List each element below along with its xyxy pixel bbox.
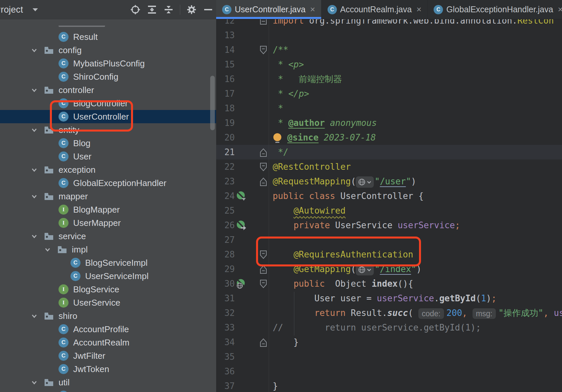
code-line-25[interactable]: 25 @Autowired [216, 203, 562, 218]
tree-item-result[interactable]: CResult [0, 30, 216, 44]
tree-item-impl[interactable]: impl [0, 243, 216, 256]
code-line-36[interactable]: 36 [216, 364, 562, 379]
code-line-20[interactable]: 20@since 2023-07-18 [216, 130, 562, 145]
line-number[interactable]: 33 [216, 320, 235, 335]
tree-item-util[interactable]: util [0, 376, 216, 389]
tree-item-mybatisplusconfig[interactable]: CMybatisPlusConfig [0, 57, 216, 70]
code-line-13[interactable]: 13 [216, 28, 562, 43]
tree-item-accountrealm[interactable]: CAccountRealm [0, 336, 216, 349]
code-line-15[interactable]: 15 * <p> [216, 57, 562, 72]
tree-item-jwttoken[interactable]: CJwtToken [0, 362, 216, 376]
chevron-expanded-icon[interactable] [31, 379, 44, 386]
code-line-31[interactable]: 31 User user = userService.getById(1); [216, 291, 562, 306]
fold-marker-up[interactable] [259, 176, 267, 186]
line-number[interactable]: 35 [216, 349, 235, 364]
line-number[interactable]: 32 [216, 306, 235, 320]
line-number[interactable]: 13 [216, 28, 235, 43]
code-line-37[interactable]: 37} [216, 379, 562, 392]
chevron-expanded-icon[interactable] [31, 47, 44, 54]
tree-item-blogserviceimpl[interactable]: CBlogServiceImpl [0, 256, 216, 269]
code-line-21[interactable]: 21 */ [216, 145, 562, 159]
fold-marker-down[interactable] [259, 162, 267, 172]
line-number[interactable]: 22 [216, 159, 235, 174]
tree-item-user[interactable]: CUser [0, 150, 216, 163]
tree-item-blogmapper[interactable]: IBlogMapper [0, 203, 216, 216]
line-number[interactable]: 14 [216, 43, 235, 57]
line-number[interactable]: 34 [216, 335, 235, 349]
code-line-17[interactable]: 17 * </p> [216, 86, 562, 101]
line-number[interactable]: 30 [216, 276, 235, 291]
hide-panel-icon[interactable] [203, 4, 213, 15]
mapping-url-globe-icon[interactable] [356, 176, 374, 188]
line-number[interactable]: 25 [216, 203, 235, 218]
close-icon[interactable]: × [558, 4, 562, 15]
locate-file-icon[interactable] [130, 4, 141, 15]
tab-accountrealm-java[interactable]: CAccountRealm.java× [322, 0, 428, 19]
close-icon[interactable]: × [416, 4, 421, 15]
tree-item-jwtfilter[interactable]: CJwtFilter [0, 349, 216, 362]
tree-item-userserviceimpl[interactable]: CUserServiceImpl [0, 269, 216, 283]
code-line-32[interactable]: 32 return Result.succ( code:200, msg:"操作… [216, 306, 562, 320]
code-line-14[interactable]: 14/** [216, 43, 562, 57]
tree-item-controller[interactable]: controller [0, 83, 216, 97]
chevron-expanded-icon[interactable] [31, 86, 44, 94]
fold-marker-up[interactable] [259, 337, 267, 347]
line-number[interactable]: 21 [216, 145, 235, 159]
gear-icon[interactable] [186, 4, 197, 15]
code-line-26[interactable]: 26 private UserService userService; [216, 218, 562, 233]
tree-item-globalexceptionhandler[interactable]: CGlobalExceptionHandler [0, 176, 216, 190]
line-number[interactable]: 37 [216, 379, 235, 392]
code-line-18[interactable]: 18 * [216, 101, 562, 116]
chevron-expanded-icon[interactable] [31, 312, 44, 320]
tree-scrollbar-thumb[interactable] [210, 76, 215, 130]
line-number[interactable]: 36 [216, 364, 235, 379]
line-number[interactable]: 17 [216, 86, 235, 101]
tree-item-service[interactable]: service [0, 230, 216, 243]
fold-marker-down[interactable] [259, 45, 267, 55]
code-line-35[interactable]: 35 [216, 349, 562, 364]
code-line-34[interactable]: 34 } [216, 335, 562, 349]
chevron-down-icon[interactable] [32, 7, 39, 13]
code-line-19[interactable]: 19 * @author anonymous [216, 116, 562, 130]
tree-item-shiroconfig[interactable]: CShiroConfig [0, 70, 216, 83]
line-number[interactable]: 27 [216, 233, 235, 247]
intention-bulb-icon[interactable] [273, 133, 283, 144]
line-number[interactable]: 18 [216, 101, 235, 116]
chevron-expanded-icon[interactable] [31, 126, 44, 134]
fold-marker-up[interactable] [259, 147, 267, 157]
line-number[interactable]: 28 [216, 247, 235, 262]
line-number[interactable]: 23 [216, 174, 235, 189]
close-icon[interactable]: × [310, 4, 315, 15]
tree-item-blogservice[interactable]: IBlogService [0, 283, 216, 296]
code-line-23[interactable]: 23@RequestMapping("/user") [216, 174, 562, 189]
line-number[interactable]: 31 [216, 291, 235, 306]
line-number[interactable]: 26 [216, 218, 235, 233]
bean-tri-gutter-icon[interactable] [236, 191, 246, 201]
tab-globalexceptionhandler-java[interactable]: CGlobalExceptionHandler.java× [428, 0, 562, 19]
code-line-24[interactable]: 24public class UserController { [216, 189, 562, 203]
chevron-expanded-icon[interactable] [31, 193, 44, 200]
line-number[interactable]: 20 [216, 130, 235, 145]
code-area[interactable]: 12import org.springframework.web.bind.an… [216, 0, 562, 392]
tree-item-accountprofile[interactable]: CAccountProfile [0, 323, 216, 336]
fold-marker-down[interactable] [259, 279, 267, 289]
tab-usercontroller-java[interactable]: CUserController.java× [216, 0, 322, 19]
line-number[interactable]: 15 [216, 57, 235, 72]
tree-item-exception[interactable]: exception [0, 163, 216, 176]
line-number[interactable]: 19 [216, 116, 235, 130]
line-number[interactable]: 24 [216, 189, 235, 203]
code-line-22[interactable]: 22@RestController [216, 159, 562, 174]
tree-item-usermapper[interactable]: IUserMapper [0, 216, 216, 230]
chevron-expanded-icon[interactable] [31, 233, 44, 240]
code-line-33[interactable]: 33// return userService.getById(1); [216, 320, 562, 335]
chevron-expanded-icon[interactable] [31, 166, 44, 173]
collapse-all-icon[interactable] [163, 4, 174, 15]
line-number[interactable]: 16 [216, 72, 235, 86]
chevron-expanded-icon[interactable] [44, 246, 57, 253]
tree-item-shiro[interactable]: shiro [0, 309, 216, 323]
tree-item-jwtutils[interactable]: CJwtUtils [0, 389, 216, 392]
line-number[interactable]: 29 [216, 262, 235, 276]
tree-item-config[interactable]: config [0, 44, 216, 57]
code-line-16[interactable]: 16 * 前端控制器 [216, 72, 562, 86]
bean-arrow-gutter-icon[interactable] [236, 220, 246, 230]
